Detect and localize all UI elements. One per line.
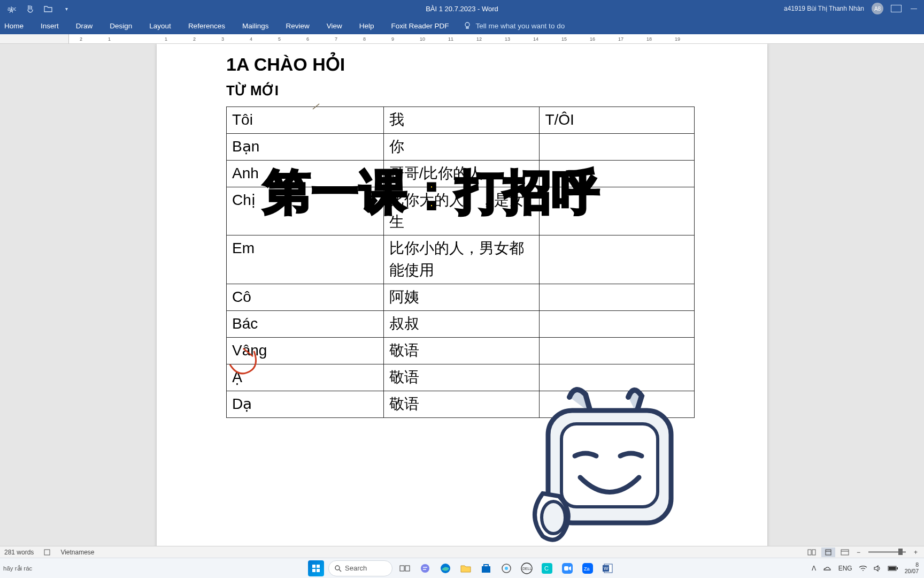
start-button[interactable] [308,560,324,576]
avatar[interactable]: A8 [872,3,883,14]
tab-review[interactable]: Review [277,17,318,34]
wifi-icon[interactable] [859,565,867,572]
ruler-tick: 2 [80,36,82,42]
onedrive-icon[interactable] [822,565,832,572]
tab-insert[interactable]: Insert [32,17,67,34]
read-mode-button[interactable] [805,547,819,557]
clock[interactable]: 8 20/07 [905,562,919,574]
zoom-in-button[interactable]: + [912,549,920,556]
tab-layout[interactable]: Layout [141,17,180,34]
tray-chevron-icon[interactable]: ᐱ [812,565,816,572]
language-status[interactable]: Vietnamese [60,549,94,556]
table-cell[interactable]: 比你小的人，男女都能使用 [383,235,540,284]
task-view-icon[interactable] [397,560,413,576]
svg-text:W: W [604,566,609,571]
tab-help[interactable]: Help [351,17,383,34]
tab-view[interactable]: View [318,17,351,34]
taskbar-widget-text[interactable]: hãy rải rác [3,565,32,572]
title-bar: abcA ▾ BÀI 1 20.7.2023 - Word a41919 Bùi… [0,0,924,17]
tab-design[interactable]: Design [101,17,141,34]
open-icon[interactable] [44,4,52,13]
table-cell[interactable]: 我 [383,107,540,134]
table-cell[interactable] [540,284,695,311]
table-cell[interactable] [540,391,695,417]
table-row[interactable]: Bạn你 [227,133,695,160]
web-layout-button[interactable] [838,547,852,557]
ruler-tick: 19 [675,36,680,42]
minimize-button[interactable]: — [909,5,919,12]
heading-1[interactable]: 1A CHÀO HỎI [226,54,767,75]
table-cell[interactable]: 敬语 [383,391,540,417]
qat-dropdown-icon[interactable]: ▾ [62,4,71,13]
table-cell[interactable] [540,364,695,391]
table-cell[interactable]: Chị [227,187,384,235]
ribbon-display-icon[interactable] [891,5,902,12]
edge-icon[interactable] [437,560,453,576]
table-row[interactable]: Anh哥哥/比你的人， [227,160,695,187]
table-cell[interactable]: 叔叔 [383,311,540,338]
print-layout-button[interactable] [821,547,835,557]
table-row[interactable]: Bác叔叔 [227,311,695,338]
canva-icon[interactable]: C [539,560,555,576]
table-cell[interactable] [540,187,695,235]
tab-foxit[interactable]: Foxit Reader PDF [383,17,458,34]
table-cell[interactable]: Bác [227,311,384,338]
table-cell[interactable]: Em [227,235,384,284]
copilot-icon[interactable] [498,560,514,576]
tell-me-search[interactable]: Tell me what you want to do [463,21,565,30]
table-row[interactable]: Dạ敬语 [227,391,695,417]
tab-mailings[interactable]: Mailings [234,17,278,34]
dell-icon[interactable]: DELL [519,560,535,576]
word-count[interactable]: 281 words [4,549,34,556]
battery-icon[interactable] [888,566,898,571]
ruler-tick: 1 [165,36,167,42]
chat-app-icon[interactable] [417,560,433,576]
proofing-icon[interactable] [43,549,51,556]
autosave-icon[interactable]: abcA [7,4,16,13]
table-cell[interactable] [540,235,695,284]
table-cell[interactable]: 你 [383,133,540,160]
table-cell[interactable]: Anh [227,160,384,187]
horizontal-ruler[interactable]: 2112345678910111213141516171819 [0,34,924,44]
table-cell[interactable]: T/ÔI [540,107,695,134]
table-cell[interactable]: Tôi [227,107,384,134]
svg-text:Za: Za [584,566,590,572]
table-cell[interactable] [540,337,695,364]
table-cell[interactable]: Dạ [227,391,384,417]
table-row[interactable]: Vâng敬语 [227,337,695,364]
zoom-out-button[interactable]: − [854,549,863,556]
table-cell[interactable]: 比你大的人。，是女生 [383,187,540,235]
taskbar-search[interactable]: Search [328,560,392,576]
table-row[interactable]: Chị比你大的人。，是女生 [227,187,695,235]
touch-mode-icon[interactable] [26,4,34,13]
table-cell[interactable] [540,160,695,187]
table-row[interactable]: Ạ敬语 [227,364,695,391]
document-page[interactable]: 1A CHÀO HỎI TỪ MỚI Tôi我T/ÔIBạn你Anh哥哥/比你的… [157,44,767,558]
ruler-tick: 15 [561,36,567,42]
table-cell[interactable] [540,133,695,160]
tab-references[interactable]: References [180,17,234,34]
volume-icon[interactable] [874,565,881,572]
explorer-icon[interactable] [458,560,474,576]
language-indicator[interactable]: ENG [838,565,852,572]
tab-home[interactable]: Home [0,17,32,34]
zalo-icon[interactable]: Za [580,560,596,576]
word-icon[interactable]: W [600,560,616,576]
table-cell[interactable]: Bạn [227,133,384,160]
table-cell[interactable]: 敬语 [383,364,540,391]
heading-2[interactable]: TỪ MỚI [226,82,767,99]
table-cell[interactable]: 阿姨 [383,284,540,311]
vocab-table[interactable]: Tôi我T/ÔIBạn你Anh哥哥/比你的人，Chị比你大的人。，是女生Em比你… [226,107,695,418]
table-row[interactable]: Tôi我T/ÔI [227,107,695,134]
table-row[interactable]: Cô阿姨 [227,284,695,311]
zoom-slider[interactable] [868,551,906,553]
table-row[interactable]: Em比你小的人，男女都能使用 [227,235,695,284]
table-cell[interactable] [540,311,695,338]
table-cell[interactable]: 敬语 [383,337,540,364]
tab-draw[interactable]: Draw [67,17,102,34]
store-icon[interactable] [478,560,494,576]
table-cell[interactable]: 哥哥/比你的人， [383,160,540,187]
table-cell[interactable]: Cô [227,284,384,311]
zoom-icon[interactable] [559,560,575,576]
lightbulb-icon [463,21,472,30]
